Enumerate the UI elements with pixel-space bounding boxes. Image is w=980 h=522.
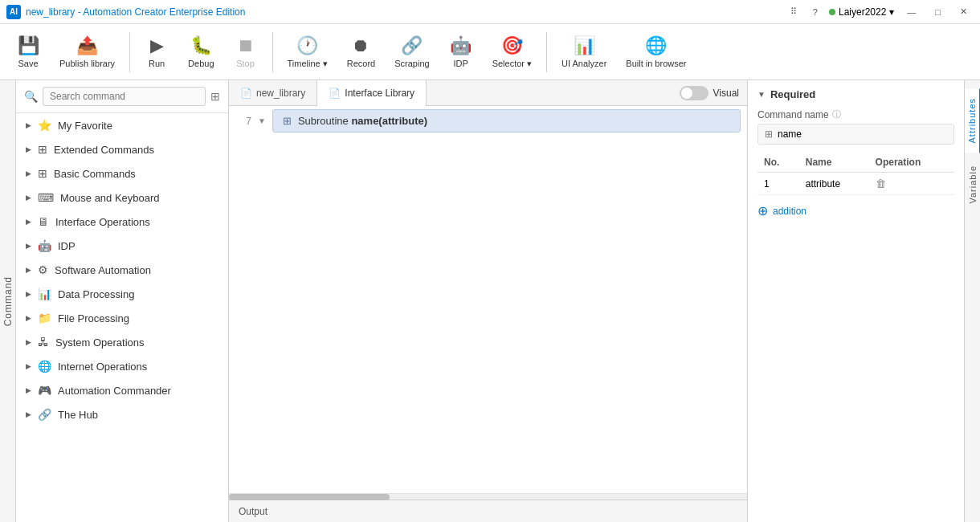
debug-icon: 🐛 bbox=[190, 35, 212, 56]
subroutine-text: Subroutine name(attribute) bbox=[298, 115, 427, 127]
maximize-button[interactable]: □ bbox=[929, 4, 947, 20]
command-name-value[interactable]: ⊞ name bbox=[757, 124, 954, 145]
toolbar-divider-3 bbox=[546, 32, 547, 72]
record-label: Record bbox=[347, 59, 375, 68]
variable-tab-label: Variable bbox=[968, 165, 978, 204]
record-button[interactable]: ⏺ Record bbox=[339, 28, 383, 76]
expand-arrow-file: ▶ bbox=[26, 314, 31, 322]
titlebar-left: AI new_library - Automation Creator Ente… bbox=[6, 5, 245, 19]
collapse-icon[interactable]: ▼ bbox=[258, 116, 266, 125]
scraping-button[interactable]: 🔗 Scraping bbox=[386, 28, 437, 76]
section-title: Required bbox=[770, 88, 815, 100]
tab-new-library-icon: 📄 bbox=[240, 88, 252, 99]
sidebar-item-basic[interactable]: ▶ ⊞ Basic Commands bbox=[16, 161, 228, 186]
app-title: new_library - Automation Creator Enterpr… bbox=[26, 6, 245, 18]
hub-icon: 🔗 bbox=[38, 408, 51, 421]
built-in-icon: 🌐 bbox=[645, 35, 667, 56]
idp-button[interactable]: 🤖 IDP bbox=[441, 28, 481, 76]
horizontal-scrollbar[interactable] bbox=[229, 493, 747, 500]
col-no: No. bbox=[757, 153, 799, 173]
section-collapse-icon[interactable]: ▼ bbox=[757, 90, 766, 99]
subroutine-block[interactable]: ⊞ Subroutine name(attribute) bbox=[272, 109, 741, 133]
help-icon[interactable]: ⓘ bbox=[832, 108, 841, 120]
search-input[interactable] bbox=[43, 87, 206, 106]
debug-button[interactable]: 🐛 Debug bbox=[180, 28, 222, 76]
sidebar-item-file-processing[interactable]: ▶ 📁 File Processing bbox=[16, 306, 228, 330]
command-name-label: Command name ⓘ bbox=[757, 108, 954, 120]
user-dropdown-icon[interactable]: ▾ bbox=[889, 6, 894, 18]
subroutine-keyword: Subroutine bbox=[298, 115, 352, 127]
sidebar-scroll: ▶ ⭐ My Favorite ▶ ⊞ Extended Commands + … bbox=[16, 113, 228, 522]
sidebar-item-system-ops[interactable]: ▶ 🖧 System Operations bbox=[16, 330, 228, 354]
run-label: Run bbox=[149, 59, 165, 68]
variable-tab[interactable]: Variable bbox=[966, 156, 980, 214]
sidebar-item-the-hub[interactable]: ▶ 🔗 The Hub bbox=[16, 402, 228, 426]
col-name: Name bbox=[799, 153, 869, 173]
command-tab[interactable]: Command bbox=[0, 80, 16, 522]
sidebar-item-internet-ops[interactable]: ▶ 🌐 Internet Operations bbox=[16, 354, 228, 378]
timeline-button[interactable]: 🕐 Timeline ▾ bbox=[280, 28, 336, 76]
tab-interface-library[interactable]: 📄 Interface Library bbox=[317, 80, 427, 106]
expand-search-icon[interactable]: ⊞ bbox=[209, 88, 222, 104]
auto-icon: 🎮 bbox=[38, 384, 51, 397]
output-label: Output bbox=[239, 506, 267, 517]
delete-row-button[interactable]: 🗑 bbox=[876, 177, 886, 190]
attributes-panel: ▼ Required Command name ⓘ ⊞ name No. Nam… bbox=[748, 80, 964, 522]
scrollbar-thumb[interactable] bbox=[229, 494, 390, 500]
sidebar-item-software-auto[interactable]: ▶ ⚙ Software Automation bbox=[16, 258, 228, 282]
tab-new-library[interactable]: 📄 new_library bbox=[229, 80, 317, 106]
command-name-field-icon: ⊞ bbox=[765, 128, 773, 140]
subroutine-icon: ⊞ bbox=[283, 115, 292, 127]
toolbar-divider-2 bbox=[272, 32, 273, 72]
built-in-browser-button[interactable]: 🌐 Built in browser bbox=[618, 28, 694, 76]
sidebar-item-data-processing[interactable]: ▶ 📊 Data Processing bbox=[16, 282, 228, 306]
attributes-tab-label: Attributes bbox=[967, 98, 977, 143]
system-label: System Operations bbox=[55, 336, 218, 349]
ui-analyzer-button[interactable]: 📊 UI Analyzer bbox=[553, 28, 615, 76]
help-button[interactable]: ? bbox=[808, 7, 823, 17]
right-panel: ▼ Required Command name ⓘ ⊞ name No. Nam… bbox=[747, 80, 964, 522]
file-label: File Processing bbox=[58, 312, 218, 324]
search-icon: 🔍 bbox=[22, 88, 39, 104]
idp-sidebar-label: IDP bbox=[58, 240, 218, 252]
sidebar-item-favorites[interactable]: ▶ ⭐ My Favorite bbox=[16, 113, 228, 137]
sidebar: 🔍 ⊞ ▶ ⭐ My Favorite ▶ ⊞ Extended Command… bbox=[16, 80, 229, 522]
expand-arrow-auto: ▶ bbox=[26, 386, 31, 394]
addition-button[interactable]: ⊕ addition bbox=[757, 203, 954, 218]
table-header-row: No. Name Operation bbox=[757, 153, 954, 173]
row-no: 1 bbox=[757, 173, 799, 195]
sidebar-item-auto-commander[interactable]: ▶ 🎮 Automation Commander bbox=[16, 378, 228, 402]
sidebar-item-mouse-keyboard[interactable]: ▶ ⌨ Mouse and Keyboard bbox=[16, 186, 228, 210]
idp-sidebar-icon: 🤖 bbox=[38, 239, 51, 252]
attributes-tab[interactable]: Attributes bbox=[965, 88, 981, 153]
expand-arrow-software: ▶ bbox=[26, 266, 31, 274]
scraping-label: Scraping bbox=[394, 59, 429, 68]
sidebar-item-extended[interactable]: ▶ ⊞ Extended Commands + Get bbox=[16, 137, 228, 161]
save-button[interactable]: 💾 Save bbox=[8, 28, 48, 76]
expand-arrow-system: ▶ bbox=[26, 338, 31, 346]
run-button[interactable]: ▶ Run bbox=[137, 28, 177, 76]
visual-toggle-switch[interactable] bbox=[680, 86, 708, 100]
software-icon: ⚙ bbox=[38, 263, 48, 276]
close-button[interactable]: ✕ bbox=[953, 4, 974, 20]
debug-label: Debug bbox=[188, 59, 214, 68]
right-side-tabs: Attributes Variable bbox=[964, 80, 980, 522]
expand-arrow-basic: ▶ bbox=[26, 169, 31, 177]
sidebar-item-idp[interactable]: ▶ 🤖 IDP bbox=[16, 234, 228, 258]
minimize-button[interactable]: — bbox=[900, 4, 922, 20]
user-indicator: Laiyer2022 ▾ bbox=[829, 6, 894, 18]
toolbar: 💾 Save 📤 Publish library ▶ Run 🐛 Debug ⏹… bbox=[0, 24, 980, 80]
scraping-icon: 🔗 bbox=[401, 35, 423, 56]
sidebar-item-interface-ops[interactable]: ▶ 🖥 Interface Operations bbox=[16, 210, 228, 234]
record-icon: ⏺ bbox=[352, 35, 370, 56]
app-logo: AI bbox=[6, 5, 21, 19]
search-container: 🔍 ⊞ bbox=[16, 80, 228, 113]
stop-button[interactable]: ⏹ Stop bbox=[226, 28, 266, 76]
command-name-text: name bbox=[778, 128, 802, 140]
stop-label: Stop bbox=[236, 59, 255, 68]
selector-button[interactable]: 🎯 Selector ▾ bbox=[484, 28, 540, 76]
publish-library-button[interactable]: 📤 Publish library bbox=[51, 28, 123, 76]
stop-icon: ⏹ bbox=[237, 35, 255, 56]
expand-arrow-hub: ▶ bbox=[26, 410, 31, 418]
grid-icon[interactable]: ⠿ bbox=[786, 6, 802, 17]
